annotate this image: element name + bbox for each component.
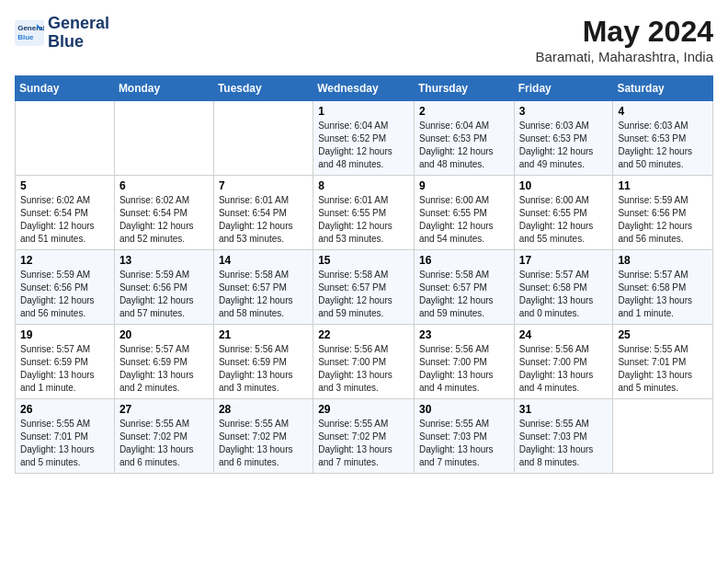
calendar-cell: 20Sunrise: 5:57 AM Sunset: 6:59 PM Dayli… [114,325,213,399]
calendar-week-row: 19Sunrise: 5:57 AM Sunset: 6:59 PM Dayli… [16,325,713,399]
day-info: Sunrise: 5:56 AM Sunset: 7:00 PM Dayligh… [519,343,609,395]
calendar-cell: 30Sunrise: 5:55 AM Sunset: 7:03 PM Dayli… [414,399,514,474]
day-info: Sunrise: 5:59 AM Sunset: 6:56 PM Dayligh… [119,269,209,320]
day-info: Sunrise: 6:04 AM Sunset: 6:53 PM Dayligh… [419,120,509,171]
calendar-cell: 27Sunrise: 5:55 AM Sunset: 7:02 PM Dayli… [114,399,213,474]
day-info: Sunrise: 5:56 AM Sunset: 6:59 PM Dayligh… [219,343,308,395]
day-number: 8 [318,179,409,192]
calendar-week-row: 12Sunrise: 5:59 AM Sunset: 6:56 PM Dayli… [16,250,713,325]
calendar-cell: 28Sunrise: 5:55 AM Sunset: 7:02 PM Dayli… [213,399,313,474]
calendar-table: SundayMondayTuesdayWednesdayThursdayFrid… [15,75,713,474]
calendar-week-row: 1Sunrise: 6:04 AM Sunset: 6:52 PM Daylig… [16,101,713,176]
calendar-week-row: 5Sunrise: 6:02 AM Sunset: 6:54 PM Daylig… [16,176,713,250]
day-info: Sunrise: 5:57 AM Sunset: 6:58 PM Dayligh… [519,269,609,320]
day-info: Sunrise: 6:01 AM Sunset: 6:54 PM Dayligh… [219,194,308,246]
day-number: 20 [119,328,209,341]
calendar-cell: 6Sunrise: 6:02 AM Sunset: 6:54 PM Daylig… [114,176,213,250]
weekday-header: Thursday [414,76,514,101]
month-title: May 2024 [536,15,713,49]
day-info: Sunrise: 5:57 AM Sunset: 6:59 PM Dayligh… [119,343,209,395]
calendar-week-row: 26Sunrise: 5:55 AM Sunset: 7:01 PM Dayli… [16,399,713,474]
day-info: Sunrise: 5:55 AM Sunset: 7:03 PM Dayligh… [519,418,609,469]
day-number: 10 [519,179,609,192]
day-number: 30 [419,403,509,416]
calendar-cell: 14Sunrise: 5:58 AM Sunset: 6:57 PM Dayli… [213,250,313,325]
calendar-cell: 4Sunrise: 6:03 AM Sunset: 6:53 PM Daylig… [613,101,713,176]
calendar-cell: 2Sunrise: 6:04 AM Sunset: 6:53 PM Daylig… [414,101,514,176]
day-number: 5 [20,179,109,192]
calendar-cell: 16Sunrise: 5:58 AM Sunset: 6:57 PM Dayli… [414,250,514,325]
day-info: Sunrise: 6:01 AM Sunset: 6:55 PM Dayligh… [318,194,409,246]
day-info: Sunrise: 6:00 AM Sunset: 6:55 PM Dayligh… [419,194,509,246]
calendar-cell: 11Sunrise: 5:59 AM Sunset: 6:56 PM Dayli… [613,176,713,250]
day-number: 16 [419,254,509,267]
weekday-header: Monday [114,76,213,101]
day-info: Sunrise: 6:04 AM Sunset: 6:52 PM Dayligh… [318,120,409,171]
day-number: 24 [519,328,609,341]
calendar-cell: 5Sunrise: 6:02 AM Sunset: 6:54 PM Daylig… [16,176,115,250]
logo-text: General Blue [48,15,109,52]
day-number: 2 [419,105,509,118]
day-number: 19 [20,328,109,341]
day-number: 15 [318,254,409,267]
calendar-cell: 10Sunrise: 6:00 AM Sunset: 6:55 PM Dayli… [514,176,613,250]
calendar-cell: 17Sunrise: 5:57 AM Sunset: 6:58 PM Dayli… [514,250,613,325]
calendar-cell: 24Sunrise: 5:56 AM Sunset: 7:00 PM Dayli… [514,325,613,399]
day-info: Sunrise: 5:55 AM Sunset: 7:02 PM Dayligh… [318,418,409,469]
day-info: Sunrise: 5:56 AM Sunset: 7:00 PM Dayligh… [318,343,409,395]
calendar-cell: 13Sunrise: 5:59 AM Sunset: 6:56 PM Dayli… [114,250,213,325]
weekday-header-row: SundayMondayTuesdayWednesdayThursdayFrid… [16,76,713,101]
day-number: 27 [119,403,209,416]
day-number: 18 [618,254,708,267]
logo: General Blue General Blue [15,15,109,52]
day-number: 4 [618,105,708,118]
day-info: Sunrise: 5:55 AM Sunset: 7:01 PM Dayligh… [20,418,109,469]
day-info: Sunrise: 5:55 AM Sunset: 7:01 PM Dayligh… [618,343,708,395]
day-number: 17 [519,254,609,267]
calendar-cell: 29Sunrise: 5:55 AM Sunset: 7:02 PM Dayli… [313,399,415,474]
day-info: Sunrise: 5:55 AM Sunset: 7:03 PM Dayligh… [419,418,509,469]
day-info: Sunrise: 5:59 AM Sunset: 6:56 PM Dayligh… [20,269,109,320]
calendar-cell: 31Sunrise: 5:55 AM Sunset: 7:03 PM Dayli… [514,399,613,474]
day-number: 12 [20,254,109,267]
day-info: Sunrise: 5:55 AM Sunset: 7:02 PM Dayligh… [219,418,308,469]
location: Baramati, Maharashtra, India [536,49,713,64]
weekday-header: Friday [514,76,613,101]
calendar-cell: 12Sunrise: 5:59 AM Sunset: 6:56 PM Dayli… [16,250,115,325]
day-number: 11 [618,179,708,192]
calendar-cell: 9Sunrise: 6:00 AM Sunset: 6:55 PM Daylig… [414,176,514,250]
calendar-cell [114,101,213,176]
calendar-cell: 8Sunrise: 6:01 AM Sunset: 6:55 PM Daylig… [313,176,415,250]
day-info: Sunrise: 5:58 AM Sunset: 6:57 PM Dayligh… [318,269,409,320]
day-number: 6 [119,179,209,192]
calendar-cell: 3Sunrise: 6:03 AM Sunset: 6:53 PM Daylig… [514,101,613,176]
day-info: Sunrise: 6:02 AM Sunset: 6:54 PM Dayligh… [20,194,109,246]
calendar-cell: 1Sunrise: 6:04 AM Sunset: 6:52 PM Daylig… [313,101,415,176]
day-info: Sunrise: 6:03 AM Sunset: 6:53 PM Dayligh… [618,120,708,171]
day-info: Sunrise: 5:56 AM Sunset: 7:00 PM Dayligh… [419,343,509,395]
weekday-header: Saturday [613,76,713,101]
day-info: Sunrise: 5:57 AM Sunset: 6:59 PM Dayligh… [20,343,109,395]
day-number: 7 [219,179,308,192]
calendar-cell: 23Sunrise: 5:56 AM Sunset: 7:00 PM Dayli… [414,325,514,399]
day-number: 28 [219,403,308,416]
calendar-cell: 25Sunrise: 5:55 AM Sunset: 7:01 PM Dayli… [613,325,713,399]
day-info: Sunrise: 5:55 AM Sunset: 7:02 PM Dayligh… [119,418,209,469]
calendar-cell [16,101,115,176]
calendar-cell: 21Sunrise: 5:56 AM Sunset: 6:59 PM Dayli… [213,325,313,399]
day-number: 14 [219,254,308,267]
day-number: 31 [519,403,609,416]
calendar-cell: 26Sunrise: 5:55 AM Sunset: 7:01 PM Dayli… [16,399,115,474]
day-info: Sunrise: 5:58 AM Sunset: 6:57 PM Dayligh… [419,269,509,320]
day-number: 9 [419,179,509,192]
day-info: Sunrise: 5:59 AM Sunset: 6:56 PM Dayligh… [618,194,708,246]
calendar-cell [613,399,713,474]
day-number: 22 [318,328,409,341]
weekday-header: Wednesday [313,76,415,101]
day-number: 26 [20,403,109,416]
calendar-cell [213,101,313,176]
calendar-cell: 15Sunrise: 5:58 AM Sunset: 6:57 PM Dayli… [313,250,415,325]
svg-text:Blue: Blue [17,33,34,41]
day-info: Sunrise: 6:03 AM Sunset: 6:53 PM Dayligh… [519,120,609,171]
title-block: May 2024 Baramati, Maharashtra, India [536,15,713,64]
